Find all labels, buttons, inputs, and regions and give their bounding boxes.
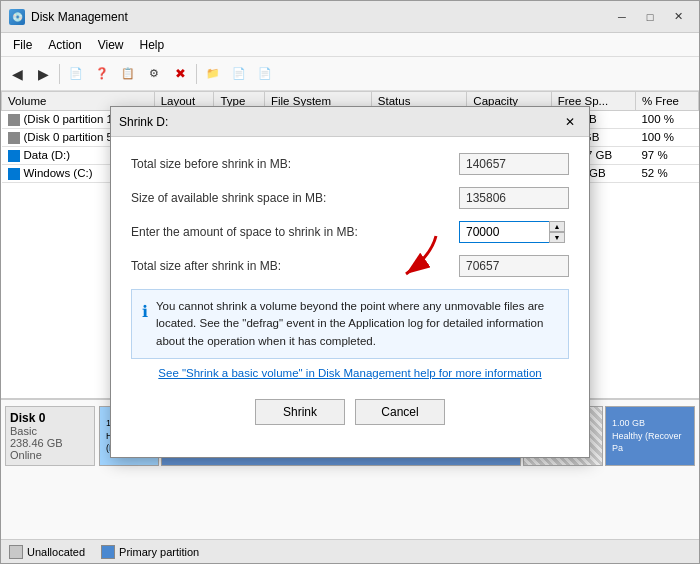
label-total-before: Total size before shrink in MB: xyxy=(131,157,459,171)
cancel-button[interactable]: Cancel xyxy=(355,399,445,425)
spin-buttons: ▲ ▼ xyxy=(549,221,565,243)
dialog-title-bar: Shrink D: ✕ xyxy=(111,107,589,137)
info-text: You cannot shrink a volume beyond the po… xyxy=(156,298,558,350)
shrink-dialog: Shrink D: ✕ Total size before shrink in … xyxy=(110,106,590,458)
form-row-available: Size of available shrink space in MB: xyxy=(131,187,569,209)
dialog-body: Total size before shrink in MB: Size of … xyxy=(111,137,589,457)
spin-down-button[interactable]: ▼ xyxy=(549,232,565,243)
label-shrink-amount: Enter the amount of space to shrink in M… xyxy=(131,225,459,239)
form-row-total-before: Total size before shrink in MB: xyxy=(131,153,569,175)
shrink-amount-group: ▲ ▼ xyxy=(459,221,569,243)
spin-up-button[interactable]: ▲ xyxy=(549,221,565,232)
dialog-footer: Shrink Cancel xyxy=(131,391,569,441)
main-window: 💿 Disk Management ─ □ ✕ File Action View… xyxy=(0,0,700,564)
dialog-title: Shrink D: xyxy=(119,115,559,129)
shrink-amount-input[interactable] xyxy=(459,221,549,243)
shrink-button[interactable]: Shrink xyxy=(255,399,345,425)
info-box: ℹ You cannot shrink a volume beyond the … xyxy=(131,289,569,359)
info-icon: ℹ xyxy=(142,300,148,350)
input-available xyxy=(459,187,569,209)
label-available: Size of available shrink space in MB: xyxy=(131,191,459,205)
help-link[interactable]: See "Shrink a basic volume" in Disk Mana… xyxy=(131,367,569,379)
dialog-overlay: Shrink D: ✕ Total size before shrink in … xyxy=(1,1,699,563)
dialog-close-button[interactable]: ✕ xyxy=(559,112,581,132)
form-row-total-after: Total size after shrink in MB: xyxy=(131,255,569,277)
input-total-before xyxy=(459,153,569,175)
input-total-after xyxy=(459,255,569,277)
form-row-shrink-amount: Enter the amount of space to shrink in M… xyxy=(131,221,569,243)
label-total-after: Total size after shrink in MB: xyxy=(131,259,459,273)
